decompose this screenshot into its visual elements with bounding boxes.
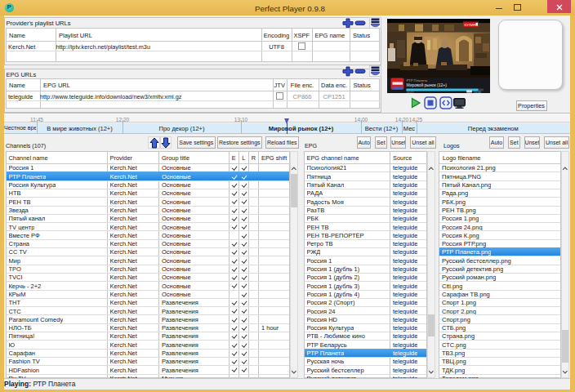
svg-text:15:00: 15:00 [474,90,481,92]
svg-text:Мировой рынок (12+): Мировой рынок (12+) [406,82,447,87]
svg-text:14:25: 14:25 [406,90,413,92]
svg-text:КУЛИН: КУЛИН [464,22,475,26]
